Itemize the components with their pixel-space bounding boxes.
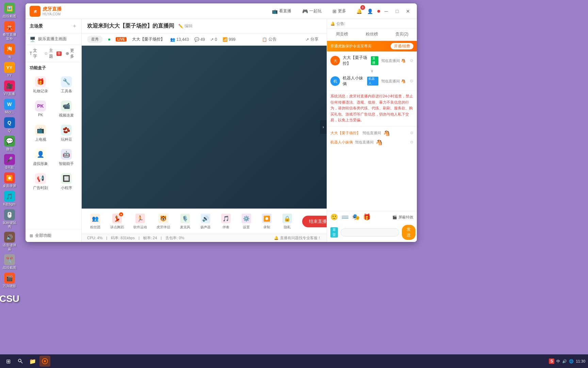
more-tool[interactable]: ⊕ 更多 xyxy=(66,48,77,59)
desktop-icon-6[interactable]: W Micr... xyxy=(1,98,18,116)
watch-live-btn[interactable]: 📺 看直播 xyxy=(269,7,294,15)
toolbar-dance[interactable]: 💃 ● 讲点舞蹈 xyxy=(108,212,127,231)
toolbar-record[interactable]: ⏺️ 录制 xyxy=(259,212,275,231)
func-virtual[interactable]: 👤 虚拟形象 xyxy=(28,146,53,169)
func-smart[interactable]: 🤖 智能助手 xyxy=(54,146,79,169)
record-label: 录制 xyxy=(263,225,270,230)
video-collapse-arrow[interactable]: › xyxy=(320,120,327,134)
promo-text: 开通虎族保护令送至尊宾 xyxy=(330,44,372,49)
user-avatar-btn[interactable]: 👤 xyxy=(365,6,375,16)
func-ad[interactable]: 📢 广告时刻 xyxy=(28,170,53,193)
room-link-name-2[interactable]: 机器人小妹俩 xyxy=(330,140,353,145)
send-btn[interactable]: 发送 xyxy=(402,225,415,240)
desktop-icon-14[interactable]: ✂️ 战役截图 xyxy=(1,253,18,271)
taskbar-file-explorer[interactable]: 📁 xyxy=(27,356,38,367)
link-settings-2[interactable]: ⚙ xyxy=(410,140,413,144)
taskbar-network-icon[interactable]: 🌐 xyxy=(569,359,574,364)
sticker-btn[interactable]: 🎭 xyxy=(352,213,360,221)
close-btn[interactable]: ✕ xyxy=(403,6,413,16)
chat-input[interactable] xyxy=(341,228,399,236)
app-body: 主场景 ＋ 🖥️ 娱乐直播主画面 T 文字 ☆ 主题 荐 ⊕ 更 xyxy=(26,19,417,242)
theme-tool[interactable]: ☆ 主题 荐 xyxy=(44,48,62,59)
chat-toolbar: 🙂 ⌨️ 🎭 🎁 🎬 屏蔽特效 xyxy=(327,211,417,223)
csu-label: CSU xyxy=(0,293,19,304)
chat-level-badge[interactable]: 草堂 xyxy=(330,227,338,237)
tab-fans-rank[interactable]: 粉丝榜 xyxy=(357,29,387,41)
func-video-guest[interactable]: 📹 视频连麦 xyxy=(54,98,79,121)
toolbar-companion[interactable]: 🎵 伴奏 xyxy=(218,212,234,231)
desktop-icon-7[interactable]: Q Q xyxy=(1,116,18,134)
all-functions-btn[interactable]: ⊞ 全部功能 xyxy=(26,229,81,242)
func-smart-label: 智能助手 xyxy=(59,161,74,166)
function-box-title: 功能盒子 xyxy=(26,62,81,72)
fans-group-label: 粉丝团 xyxy=(90,225,100,230)
toolbar-soft-activity[interactable]: 🏃 软件运动 xyxy=(131,212,150,231)
desktop-icon-1[interactable]: 🖼️ 战役截图 xyxy=(1,2,18,19)
toolbar-mute[interactable]: 🎙️ 麦克风 xyxy=(177,212,193,231)
end-live-btn[interactable]: 结束直播 xyxy=(302,216,327,227)
taskbar-volume-icon[interactable]: 🔊 xyxy=(562,359,567,364)
desktop-icon-2[interactable]: 🎪 春节直播装扮 xyxy=(1,20,18,42)
star-btn[interactable]: 星秀 xyxy=(87,36,103,43)
repost-stat: ↗ 0 xyxy=(210,37,217,42)
toolbar-settings[interactable]: ⚙️ 设置 xyxy=(238,212,255,231)
minimize-btn[interactable]: ─ xyxy=(381,6,391,16)
start-btn[interactable]: ⊞ xyxy=(3,356,14,367)
desktop-icon-11[interactable]: 🎵 K歌bgm xyxy=(1,190,18,208)
streamer-name-2: 机器人小妹俩 xyxy=(343,75,365,87)
text-tool[interactable]: T 文字 xyxy=(30,48,40,59)
edit-title-btn[interactable]: ✏️ 编辑 xyxy=(178,23,193,29)
desktop-icon-3[interactable]: 淘 淘 xyxy=(1,43,18,60)
share-btn[interactable]: ↗ 分享 xyxy=(303,35,321,43)
func-gift-record[interactable]: 🎁 礼物记录 xyxy=(28,74,53,96)
func-pk[interactable]: PK PK xyxy=(28,98,53,121)
keyboard-btn[interactable]: ⌨️ xyxy=(341,213,349,221)
desktop-icon-9[interactable]: 🎤 全K歌 xyxy=(1,153,18,171)
announce-btn[interactable]: 📋 公告 xyxy=(259,35,279,43)
desktop-icon-12[interactable]: 🖱️ 鼠标键鼠秀 xyxy=(1,208,18,230)
desktop-icon-5[interactable]: 🎥 VY直播 xyxy=(1,79,18,97)
ad-icon: 📢 xyxy=(35,173,46,184)
emoji-btn[interactable]: 🙂 xyxy=(330,213,338,221)
taskbar: ⊞ 📁 S 中 🔊 🌐 11:30 xyxy=(0,354,588,368)
main-content: 欢迎来到大大【栗子场控】的直播间 ✏️ 编辑 星秀 LIVE 大大【栗子场控】 … xyxy=(82,19,327,242)
promo-btn[interactable]: 开通/续费 xyxy=(391,43,413,49)
streamer-settings-2[interactable]: ⚙ xyxy=(410,79,413,83)
taskbar-search[interactable] xyxy=(15,356,26,367)
desktop-icon-label-9: 全K歌 xyxy=(5,166,14,170)
desktop-icon-4[interactable]: YY YY xyxy=(1,61,18,79)
tab-weekly-rank[interactable]: 周贡榜 xyxy=(327,29,357,41)
screen-effect-btn[interactable]: 🎬 屏蔽特效 xyxy=(392,215,413,220)
more-nav-btn[interactable]: ⊞ 更多 xyxy=(330,7,349,15)
tools-icon: 🔧 xyxy=(61,76,72,87)
desktop-icon-15[interactable]: 🎬 万兴嗯影 xyxy=(1,272,18,289)
notification-area[interactable]: 🔔 8 xyxy=(354,6,364,16)
streamer-list-collapse[interactable]: ∨ xyxy=(330,68,413,74)
taskbar-browser[interactable] xyxy=(39,356,50,367)
logo-icon: 虎 xyxy=(30,6,40,17)
title-bar-nav: 📺 看直播 🎮 一起玩 ⊞ 更多 xyxy=(269,7,349,15)
toolbar-speaker[interactable]: 🔊 扬声器 xyxy=(197,212,214,231)
horse-icon-1: 🐴 xyxy=(383,130,390,136)
link-settings-1[interactable]: ⚙ xyxy=(410,131,413,135)
help-link[interactable]: 🔔 直播有问题找专业客服！ xyxy=(274,235,321,241)
tab-top-fans[interactable]: 贵宾(2) xyxy=(387,29,417,41)
room-link-name-1[interactable]: 大大【栗子场控】 xyxy=(330,131,360,136)
gift-chat-btn[interactable]: 🎁 xyxy=(363,213,371,221)
fps-stat: 帧率: 24 xyxy=(143,236,157,240)
toolbar-fans-group[interactable]: 👥 粉丝团 xyxy=(87,212,103,231)
play-together-btn[interactable]: 🎮 一起玩 xyxy=(299,7,324,15)
desktop-icon-13[interactable]: 🔊 语音读弹幕 xyxy=(1,231,18,252)
func-mini[interactable]: 🔲 小程序 xyxy=(54,170,79,193)
toolbar-huya-partner[interactable]: 🐯 虎牙伴侣 xyxy=(154,212,173,231)
streamer-settings-1[interactable]: ⚙ xyxy=(410,58,413,63)
desktop-icon-8[interactable]: 💬 微信 xyxy=(1,135,18,152)
toolbar-privacy[interactable]: 🔒 隐私 xyxy=(279,212,295,231)
maximize-btn[interactable]: □ xyxy=(392,6,402,16)
func-tools[interactable]: 🔧 工具条 xyxy=(54,74,79,96)
func-play-bean[interactable]: 🫘 玩种豆 xyxy=(54,122,79,145)
add-scene-btn[interactable]: ＋ xyxy=(72,22,77,30)
func-tv[interactable]: 📺 上电视 xyxy=(28,122,53,145)
scene-item[interactable]: 🖥️ 娱乐直播主画面 xyxy=(26,33,81,45)
desktop-icon-10[interactable]: ⏺️ 桌面录屏 xyxy=(1,171,18,189)
